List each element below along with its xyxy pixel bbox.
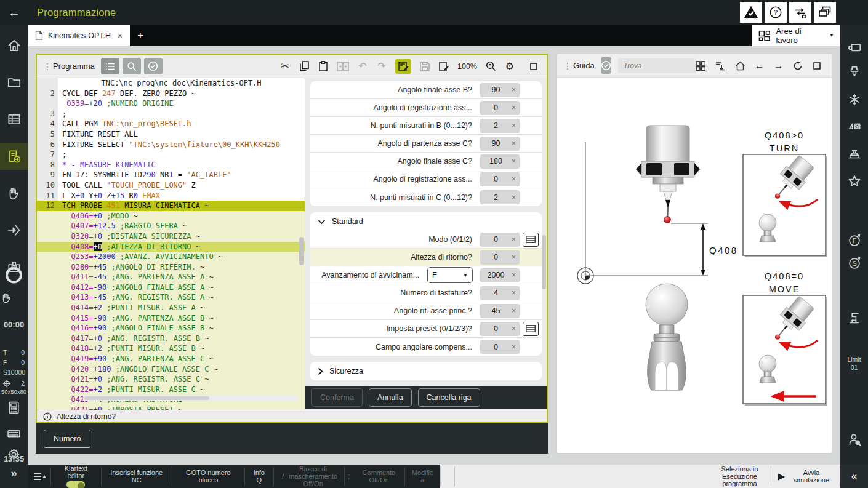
drag-handle-icon[interactable]: ⋮: [43, 62, 50, 71]
expand-sidebar-icon[interactable]: »: [0, 466, 28, 480]
form-scrollbar[interactable]: [542, 235, 546, 289]
softkey-info-q[interactable]: Info Q: [245, 465, 273, 488]
clear-value-icon[interactable]: ×: [512, 343, 520, 351]
sidebar-item-favorites-star[interactable]: [840, 167, 868, 194]
section-standard-header[interactable]: Standard: [310, 212, 542, 231]
numero-button[interactable]: Numero: [44, 430, 90, 448]
nav-forward-icon[interactable]: →: [774, 60, 784, 71]
param-value-field[interactable]: 2×: [480, 190, 520, 204]
param-value-field[interactable]: 2000×: [480, 268, 520, 282]
sidebar-item-coolant-snowflake[interactable]: [840, 86, 868, 113]
nc-code-line[interactable]: 3;: [37, 109, 305, 119]
taskbar-menu-icon[interactable]: [28, 465, 50, 488]
select-table-icon[interactable]: [523, 233, 539, 247]
param-value-field[interactable]: 0×: [480, 172, 520, 186]
copy-icon[interactable]: [299, 59, 310, 74]
maximize-icon[interactable]: [528, 59, 539, 74]
nc-code-line[interactable]: 2CYCL DEF 247 DEF. ZERO PEZZO ~: [37, 89, 305, 99]
sidebar-item-workpiece-chips[interactable]: [840, 113, 868, 140]
sidebar-item-program-edit[interactable]: [0, 143, 28, 170]
drag-handle-icon[interactable]: ⋮: [563, 61, 571, 71]
undo-icon[interactable]: ↶: [357, 59, 368, 74]
clear-value-icon[interactable]: ×: [512, 103, 520, 112]
cut-icon[interactable]: ✂: [279, 59, 291, 74]
feed-type-dropdown[interactable]: F▼: [427, 267, 473, 283]
nc-code-line[interactable]: 4CALL PGM TNC:\nc_prog\RESET.h: [37, 119, 305, 129]
param-value-field[interactable]: 90×: [480, 137, 520, 151]
softkey-modifica[interactable]: Modifica: [405, 465, 440, 488]
context-check-icon[interactable]: [601, 57, 611, 74]
nc-code-line[interactable]: Q406=+0 ;MODO ~: [37, 211, 305, 222]
nc-code-line[interactable]: 5FIXTURE RESET ALL: [37, 129, 305, 140]
sidebar-item-machine[interactable]: [840, 305, 868, 332]
nc-code-line[interactable]: Q421=+0 ;ANG. REGISTR. ASSE C ~: [37, 374, 305, 385]
sidebar-item-exec-arrow[interactable]: [0, 217, 28, 244]
clear-value-icon[interactable]: ×: [512, 157, 520, 166]
sidebar-item-vice[interactable]: [840, 140, 868, 167]
paste-icon[interactable]: [318, 59, 329, 74]
clear-value-icon[interactable]: ×: [512, 306, 520, 315]
nc-code-line[interactable]: Q416=+90 ;ANGOLO FINALE ASSE B ~: [37, 323, 305, 334]
softkey-seleziona-in-esecuzione-programma[interactable]: Seleziona in Esecuzione programma: [708, 465, 771, 488]
form-row[interactable]: N. punti misurati in C (0...12)?2×: [310, 188, 542, 206]
sidebar-item-machine-dock[interactable]: [0, 254, 28, 281]
clear-value-icon[interactable]: ×: [512, 253, 520, 262]
nc-code-line[interactable]: 7;: [37, 150, 305, 160]
annulla-button[interactable]: Annulla: [369, 388, 412, 407]
help-search-input[interactable]: [618, 58, 696, 73]
help-home-icon[interactable]: [735, 61, 745, 71]
back-arrow-icon[interactable]: ←: [0, 0, 28, 25]
clear-value-icon[interactable]: ×: [512, 235, 520, 244]
nc-code-line[interactable]: Q412=-90 ;ANGOLO FINALE ASSE A ~: [37, 282, 305, 293]
softkey-blocco-di-mascheramento-off-on[interactable]: /Blocco di mascheramento Off/On: [274, 465, 344, 488]
param-value-field[interactable]: 90×: [480, 83, 520, 97]
form-row[interactable]: Angolo finale asse B?90×: [310, 81, 542, 99]
editor-settings-gear-icon[interactable]: ⚙: [504, 59, 515, 74]
softkey-goto-numero-blocco[interactable]: GOTO numero blocco: [172, 465, 244, 488]
clear-value-icon[interactable]: ×: [512, 175, 520, 183]
form-row[interactable]: Angolo di partenza asse C?90×: [310, 135, 542, 153]
code-vertical-scrollbar[interactable]: [299, 237, 304, 265]
param-value-field[interactable]: 180×: [480, 154, 520, 169]
compare-files-icon[interactable]: [337, 59, 349, 74]
nc-code-line[interactable]: Q417=+0 ;ANG. REGISTR. ASSE B ~: [37, 334, 305, 344]
form-row[interactable]: Numero di tastature?4×: [310, 284, 542, 302]
sidebar-item-hand[interactable]: [0, 180, 28, 207]
clear-value-icon[interactable]: ×: [512, 324, 520, 333]
section-sicurezza-header[interactable]: Sicurezza: [310, 362, 542, 380]
form-row[interactable]: Altezza di ritorno?0×: [310, 249, 542, 266]
clear-value-icon[interactable]: ×: [512, 139, 520, 148]
param-value-field[interactable]: 0×: [480, 340, 520, 354]
sidebar-item-table[interactable]: [0, 106, 28, 133]
cancella-riga-button[interactable]: Cancella riga: [418, 388, 480, 407]
nc-code-editor[interactable]: TNC:\nc_prog\nc_doc\Kinematics-OPT.H2CYC…: [37, 78, 305, 410]
compare-check-icon[interactable]: [144, 58, 163, 74]
nc-code-line[interactable]: Q422=+2 ;PUNTI MISUR. ASSE C ~: [37, 385, 305, 395]
nc-code-line[interactable]: Q420=+180 ;ANGOLO FINALE ASSE C ~: [37, 364, 305, 375]
save-icon[interactable]: [419, 59, 430, 74]
taskbar-collapse-icon[interactable]: «: [840, 465, 868, 488]
block-list-icon[interactable]: [101, 58, 119, 74]
param-value-field[interactable]: 2×: [480, 119, 520, 133]
nc-code-line[interactable]: 10TOOL CALL "TOUCH_PROBE_LONG" Z: [37, 180, 305, 191]
clear-value-icon[interactable]: ×: [512, 193, 520, 202]
nc-code-line[interactable]: Q414=+2 ;PUNTI MISUR. ASSE A ~: [37, 303, 305, 313]
code-horizontal-scrollbar[interactable]: [83, 395, 299, 401]
param-value-field[interactable]: 0×: [480, 322, 520, 336]
form-row[interactable]: Imposta preset (0/1/2/3)?0×: [310, 320, 542, 338]
nc-code-line[interactable]: Q339=+20 ;NUMERO ORIGINE: [37, 98, 305, 109]
nc-code-line[interactable]: Q418=+2 ;PUNTI MISUR. ASSE B ~: [37, 343, 305, 354]
messages-triangle-icon[interactable]: [740, 2, 762, 23]
form-row[interactable]: Campo angolare compens...0×: [310, 338, 542, 356]
user-admin-icon[interactable]: [840, 426, 868, 453]
sidebar-item-spindle-override[interactable]: S: [840, 249, 868, 276]
search-icon[interactable]: [123, 58, 141, 74]
tab-kinematics[interactable]: Kinematics-OPT.H ×: [28, 25, 130, 46]
form-row[interactable]: Modo (0/1/2)0×: [310, 231, 542, 249]
file-path-header[interactable]: TNC:\nc_prog\nc_doc\Kinematics-OPT.H: [37, 78, 305, 89]
nc-code-line[interactable]: Q415=-90 ;ANG. PARTENZA ASSE B ~: [37, 313, 305, 324]
calculator-icon[interactable]: [0, 394, 28, 421]
sidebar-item-tool-holder[interactable]: [840, 58, 868, 86]
form-row[interactable]: N. punti misurati in B (0...12)?2×: [310, 117, 542, 135]
klartext-toggle[interactable]: [66, 481, 85, 488]
